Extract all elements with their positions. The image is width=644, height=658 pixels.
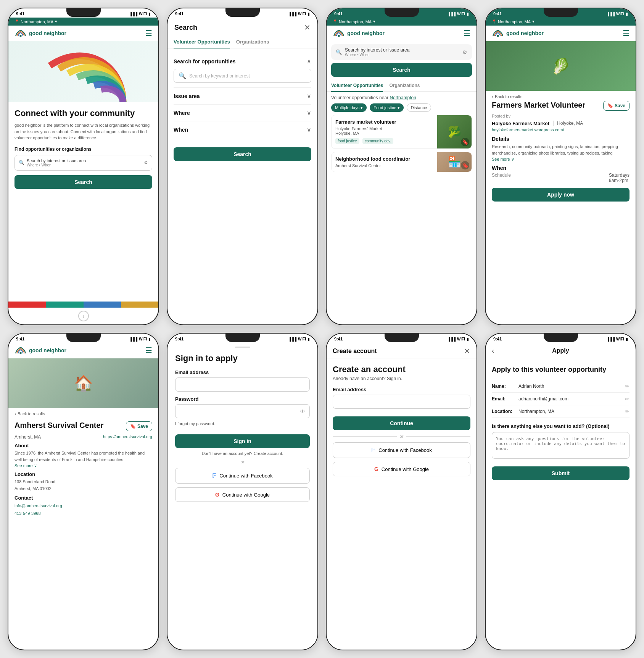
result-loc-1: Holyoke, MA	[335, 131, 433, 135]
section-header-opps[interactable]: Search for opportunities ∧	[174, 58, 311, 65]
app-header-5: good neighbor ☰	[8, 343, 158, 358]
hamburger-menu-5[interactable]: ☰	[145, 346, 152, 355]
notch-2	[225, 8, 260, 17]
logo-text-1: good neighbor	[29, 30, 66, 36]
modal-search-button[interactable]: Search	[174, 147, 311, 161]
time-3: 9:41	[334, 11, 343, 16]
back-link-5[interactable]: ‹ Back to results	[8, 408, 158, 418]
filter-multiple-days[interactable]: Multiple days ▾	[331, 103, 367, 112]
hamburger-menu-3[interactable]: ☰	[464, 29, 470, 38]
signin-button[interactable]: Sign in	[175, 434, 310, 448]
results-search-button[interactable]: Search	[331, 63, 472, 77]
home-content: Connect with your community good neighbo…	[8, 41, 158, 324]
edit-name-icon[interactable]: ✏	[625, 383, 630, 389]
org-detail-url[interactable]: https://amherstsurvival.org	[103, 434, 152, 440]
signin-content: Sign in to apply Email address Password …	[167, 343, 317, 650]
keyword-input[interactable]	[189, 73, 306, 79]
google-btn-7[interactable]: G Continue with Google	[333, 462, 470, 476]
section-header-where[interactable]: Where ∨	[174, 109, 311, 116]
create-modal-title: Create account	[333, 348, 377, 355]
edit-email-icon[interactable]: ✏	[625, 396, 630, 402]
time-6: 9:41	[175, 337, 184, 341]
logo-svg-1	[14, 29, 27, 37]
apply-back-button[interactable]: ‹	[492, 347, 494, 355]
hamburger-menu-4[interactable]: ☰	[623, 29, 630, 38]
screen-results: 9:41 ▐▐▐ WiFi ▮ 📍 Northampton, MA ▾ good…	[326, 8, 477, 325]
bookmark-icon-2[interactable]: 🔖	[461, 161, 469, 169]
notch	[66, 8, 101, 17]
facebook-btn-6[interactable]: 𝔽 Continue with Facebook	[175, 468, 310, 484]
facebook-btn-7[interactable]: 𝔽 Continue with Facebook	[333, 442, 470, 458]
optional-textarea[interactable]	[492, 432, 630, 459]
schedule-row: Schedule Saturdays9am-2pm	[492, 173, 630, 183]
see-more-4[interactable]: See more ∨	[492, 157, 630, 162]
northampton-link[interactable]: Northampton	[390, 95, 416, 100]
time-7: 9:41	[334, 337, 343, 341]
location-bar-4[interactable]: 📍 Northampton, MA ▾	[486, 18, 636, 26]
save-button-5[interactable]: 🔖 Save	[126, 421, 152, 431]
edit-location-icon[interactable]: ✏	[625, 408, 630, 414]
filter-food-justice[interactable]: Food justice ▾	[370, 103, 403, 112]
hamburger-menu-1[interactable]: ☰	[145, 29, 152, 38]
google-btn-6[interactable]: G Continue with Google	[175, 487, 310, 502]
home-desc: good neighbor is the platform to connect…	[14, 122, 152, 141]
signin-title: Sign in to apply	[175, 353, 310, 363]
result-card-1[interactable]: Farmers market volunteer Holyoke Farmers…	[331, 115, 472, 149]
result-card-2[interactable]: Neighborhood food coordinator Amherst Su…	[331, 152, 472, 172]
forgot-link-6[interactable]: I forgot my password.	[175, 421, 310, 426]
result-org-1: Holyoke Farmers' Market	[335, 126, 433, 131]
battery-icon-6: ▮	[308, 337, 310, 341]
email-label-6: Email address	[175, 369, 310, 375]
home-search-button[interactable]: Search	[14, 175, 152, 189]
color-strip-1	[8, 302, 158, 308]
continue-button-7[interactable]: Continue	[333, 416, 470, 430]
strip-gold	[121, 302, 158, 308]
section-header-issue[interactable]: Issue area ∨	[174, 92, 311, 100]
see-more-5[interactable]: See more ∨	[14, 463, 152, 468]
logo-svg-3	[333, 29, 345, 37]
location-bar-3[interactable]: 📍 Northampton, MA ▾	[327, 18, 477, 26]
time-8: 9:41	[493, 337, 502, 341]
back-text-4: Back to results	[495, 94, 522, 99]
detail-title-row: Farmers Market Volunteer 🔖 Save	[486, 101, 636, 114]
screen-apply: 9:41 ▐▐▐ WiFi ▮ ‹ Apply Apply to this vo…	[485, 333, 636, 650]
email-input-7[interactable]	[333, 395, 470, 409]
keyword-input-wrap[interactable]: 🔍	[174, 69, 311, 83]
tab-organizations-2[interactable]: Organizations	[236, 36, 269, 48]
close-button-2[interactable]: ✕	[304, 23, 311, 32]
tab-volunteer-opps[interactable]: Volunteer Opportunities	[174, 36, 230, 48]
about-label: About	[14, 443, 152, 448]
location-detail: 138 Sunderland Road Amherst, MA 01002	[14, 479, 152, 492]
save-button-4[interactable]: 🔖 Save	[603, 101, 630, 111]
signal-icon-7: ▐▐▐	[448, 337, 456, 341]
eye-icon-6[interactable]: 👁	[300, 408, 305, 414]
wifi-icon-3: WiFi	[457, 12, 465, 16]
apply-now-button[interactable]: Apply now	[492, 188, 630, 202]
home-search-box[interactable]: 🔍 Search by interest or issue area Where…	[14, 155, 152, 171]
close-create-modal[interactable]: ✕	[464, 347, 470, 356]
back-link-4[interactable]: ‹ Back to results	[486, 91, 636, 101]
tab-organizations-results[interactable]: Organizations	[389, 80, 420, 92]
result-card-img-1: 🥦 🔖	[437, 115, 472, 148]
filter-distance[interactable]: Distance	[407, 103, 431, 112]
password-input-6[interactable]	[175, 404, 310, 418]
logo-text-5: good neighbor	[29, 347, 66, 353]
submit-button[interactable]: Submit	[492, 466, 630, 480]
svg-rect-2	[497, 35, 499, 37]
search-btn-wrap-2: Search	[174, 138, 311, 161]
location-bar-1[interactable]: 📍 Northampton, MA ▾	[8, 18, 158, 26]
section-header-when[interactable]: When ∨	[174, 126, 311, 133]
bookmark-icon-1[interactable]: 🔖	[461, 138, 469, 146]
strip-blue	[84, 302, 121, 308]
filter-icon-1[interactable]: ⚙	[144, 160, 148, 165]
scroll-down[interactable]: ↓	[8, 308, 158, 324]
scroll-circle[interactable]: ↓	[78, 311, 89, 321]
results-search-bar[interactable]: 🔍 Search by interest or issue area Where…	[331, 44, 472, 60]
google-icon-7: G	[374, 466, 378, 472]
email-input-6[interactable]	[175, 377, 310, 392]
filter-button-3[interactable]: ⚙	[462, 49, 467, 55]
rainbow-section-1	[8, 41, 158, 102]
wifi-icon: WiFi	[139, 12, 147, 16]
tab-volunteer-results[interactable]: Volunteer Opportunities	[331, 80, 383, 92]
org-url-4[interactable]: hoylokefarmersmarket.wordpress.com/	[492, 127, 630, 132]
